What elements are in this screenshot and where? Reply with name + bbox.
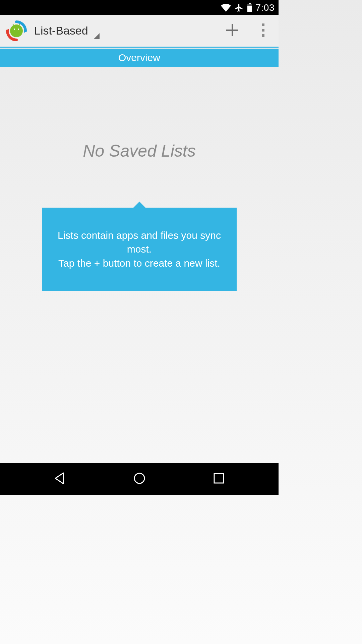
status-bar: 7:03	[0, 1, 279, 15]
more-vert-icon	[261, 23, 265, 38]
app-logo-icon[interactable]	[6, 20, 27, 41]
tooltip-arrow-icon	[133, 202, 145, 208]
back-button[interactable]	[43, 462, 77, 495]
svg-rect-2	[247, 6, 252, 12]
add-button[interactable]	[217, 14, 248, 47]
svg-point-7	[18, 29, 19, 30]
overflow-menu-button[interactable]	[248, 14, 279, 47]
wifi-icon	[221, 4, 231, 12]
clock: 7:03	[256, 2, 275, 13]
content-area: No Saved Lists Lists contain apps and fi…	[0, 67, 279, 463]
airplane-mode-icon	[234, 3, 244, 12]
tab-overview[interactable]: Overview	[118, 52, 160, 63]
action-bar: List-Based	[0, 15, 279, 48]
svg-rect-13	[262, 29, 264, 32]
navigation-bar	[0, 463, 279, 495]
spinner-arrow-icon	[92, 31, 100, 41]
svg-rect-12	[262, 23, 264, 26]
recent-apps-icon	[213, 472, 225, 486]
recent-apps-button[interactable]	[202, 462, 236, 495]
plus-icon	[224, 22, 240, 40]
svg-point-6	[14, 29, 15, 30]
svg-point-15	[134, 473, 144, 483]
svg-point-5	[10, 24, 23, 37]
back-icon	[53, 472, 67, 486]
empty-state-title: No Saved Lists	[83, 141, 195, 161]
svg-rect-14	[262, 34, 264, 37]
tab-bar: Overview	[0, 49, 279, 67]
battery-icon	[247, 3, 252, 12]
mode-spinner-label: List-Based	[34, 24, 88, 37]
mode-spinner[interactable]: List-Based	[34, 24, 100, 37]
home-icon	[133, 472, 146, 486]
hint-tooltip: Lists contain apps and files you sync mo…	[42, 208, 237, 291]
svg-rect-16	[214, 474, 224, 483]
home-button[interactable]	[123, 462, 156, 495]
hint-text: Lists contain apps and files you sync mo…	[42, 208, 237, 291]
svg-rect-0	[249, 3, 251, 4]
